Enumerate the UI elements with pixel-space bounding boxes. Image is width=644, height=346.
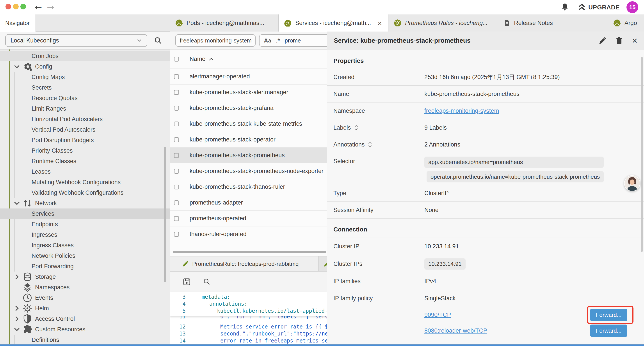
search-icon[interactable]: [154, 36, 162, 45]
sidebar-item-events[interactable]: Events: [0, 293, 170, 303]
expand-updown-icon[interactable]: [368, 141, 372, 148]
notification-bell-icon[interactable]: [561, 3, 569, 11]
sidebar-item-vertical-pod-autoscalers[interactable]: Vertical Pod Autoscalers: [0, 124, 170, 135]
row-checkbox[interactable]: [174, 153, 179, 158]
runbook-url-link[interactable]: https://net: [296, 331, 327, 337]
close-tab-icon[interactable]: ×: [378, 19, 382, 27]
selector-row: Selector app.kubernetes.io/name=promethe…: [327, 153, 644, 185]
tab-release-notes[interactable]: Release Notes: [498, 14, 608, 31]
sidebar-item-definitions[interactable]: Definitions: [0, 335, 170, 344]
tab-pods[interactable]: Pods - icecheng@mathmas...: [170, 14, 278, 31]
sidebar-item-ingresses[interactable]: Ingresses: [0, 230, 170, 240]
row-checkbox[interactable]: [174, 106, 179, 111]
row-checkbox[interactable]: [174, 137, 179, 142]
notification-count-badge[interactable]: 15: [626, 1, 638, 13]
namespace-filter-select[interactable]: freeleaps-monitoring-system: [175, 34, 256, 47]
sidebar-item-mutating-webhook-configurations[interactable]: Mutating Webhook Configurations: [0, 177, 170, 187]
sidebar-item-storage[interactable]: Storage: [0, 272, 170, 282]
row-checkbox[interactable]: [174, 185, 179, 189]
delete-trash-icon[interactable]: [615, 37, 623, 45]
row-checkbox[interactable]: [174, 74, 179, 79]
sidebar-item-custom-resources[interactable]: Custom Resources: [0, 324, 170, 335]
sidebar-item-services[interactable]: Services: [0, 209, 170, 219]
select-all-checkbox[interactable]: [174, 57, 179, 61]
sidebar-item-resource-quotas[interactable]: Resource Quotas: [0, 93, 170, 103]
editor-line: 13 second.","runbook_url":"https://net: [170, 330, 327, 337]
service-row-kube-prometheus-stack-grafana[interactable]: kube-prometheus-stack-grafana: [170, 100, 327, 116]
upgrade-label[interactable]: UPGRADE: [588, 4, 620, 11]
sidebar-item-leases[interactable]: Leases: [0, 166, 170, 177]
regex-toggle[interactable]: .*: [276, 37, 280, 44]
sidebar-item-pod-disruption-budgets[interactable]: Pod Disruption Budgets: [0, 135, 170, 145]
service-row-thanos-ruler-operated[interactable]: thanos-ruler-operated: [170, 226, 327, 242]
save-icon[interactable]: [182, 278, 191, 286]
row-checkbox[interactable]: [174, 232, 179, 237]
maximize-window-button[interactable]: [20, 4, 26, 9]
service-row-kube-prometheus-stack-thanos-ruler[interactable]: kube-prometheus-stack-thanos-ruler: [170, 179, 327, 195]
sidebar-item-network-policies[interactable]: Network Policies: [0, 251, 170, 261]
edit-pencil-icon[interactable]: [599, 37, 606, 45]
ip-families-row: IP families IPv4: [327, 273, 644, 290]
sidebar-item-ingress-classes[interactable]: Ingress Classes: [0, 240, 170, 251]
tab-services[interactable]: Services - icecheng@math... ×: [278, 14, 388, 32]
service-row-alertmanager-operated[interactable]: alertmanager-operated: [170, 69, 327, 84]
navigator-panel: Local Kubeconfigs Cron Jobs Config: [0, 31, 170, 344]
upgrade-chevrons-icon[interactable]: [578, 3, 586, 11]
close-panel-icon[interactable]: ×: [632, 36, 638, 45]
table-header: Name: [170, 49, 327, 69]
row-checkbox[interactable]: [174, 200, 179, 205]
service-row-kube-prometheus-stack-alertmanager[interactable]: kube-prometheus-stack-alertmanager: [170, 84, 327, 100]
editor-search-icon[interactable]: [203, 278, 211, 286]
row-checkbox[interactable]: [174, 216, 179, 221]
tab-prometheusrule-editor[interactable]: PrometheusRule: freeleaps-prod-rabbitmq: [170, 256, 318, 271]
sidebar-item-priority-classes[interactable]: Priority Classes: [0, 145, 170, 156]
service-row-prometheus-adapter[interactable]: prometheus-adapter: [170, 195, 327, 211]
user-avatar[interactable]: [624, 175, 640, 191]
sidebar-item-runtime-classes[interactable]: Runtime Classes: [0, 156, 170, 166]
service-row-kube-prometheus-stack-kube-state-metrics[interactable]: kube-prometheus-stack-kube-state-metrics: [170, 116, 327, 132]
case-sensitive-toggle[interactable]: Aa: [264, 37, 271, 44]
detail-scrollbar[interactable]: [641, 57, 643, 252]
service-row-kube-prometheus-stack-prometheus-node-exporter[interactable]: kube-prometheus-stack-prometheus-node-ex…: [170, 163, 327, 179]
horizontal-scrollbar[interactable]: [173, 251, 326, 253]
service-row-kube-prometheus-stack-operator[interactable]: kube-prometheus-stack-operator: [170, 132, 327, 148]
sidebar-item-access-control[interactable]: Access Control: [0, 314, 170, 324]
back-arrow-icon[interactable]: ←: [35, 1, 42, 13]
forward-button[interactable]: Forward...: [590, 325, 627, 337]
port-link[interactable]: 8080:reloader-web/TCP: [424, 327, 487, 334]
expand-updown-icon[interactable]: [354, 125, 358, 131]
kubeconfig-select[interactable]: Local Kubeconfigs: [5, 34, 147, 47]
sidebar-item-config-maps[interactable]: Config Maps: [0, 72, 170, 82]
sidebar-item-config[interactable]: Config: [0, 61, 170, 72]
row-checkbox[interactable]: [174, 122, 179, 126]
service-row-prometheus-operated[interactable]: prometheus-operated: [170, 211, 327, 226]
row-checkbox[interactable]: [174, 90, 179, 95]
search-input[interactable]: Aa .* prome: [259, 34, 327, 47]
sidebar-item-port-forwarding[interactable]: Port Forwarding: [0, 261, 170, 272]
sidebar-item-endpoints[interactable]: Endpoints: [0, 219, 170, 230]
sidebar-item-secrets[interactable]: Secrets: [0, 82, 170, 93]
labels-row: Labels 9 Labels: [327, 119, 644, 136]
sidebar-item-validating-webhook-configurations[interactable]: Validating Webhook Configurations: [0, 187, 170, 198]
row-checkbox[interactable]: [174, 169, 179, 174]
tab-navigator[interactable]: Navigator: [0, 14, 36, 32]
minimize-window-button[interactable]: [13, 4, 19, 9]
sidebar-item-namespaces[interactable]: Namespaces: [0, 282, 170, 293]
tab-argo[interactable]: Argo Se: [608, 14, 644, 31]
service-row-kube-prometheus-stack-prometheus[interactable]: kube-prometheus-stack-prometheus: [170, 148, 327, 163]
sidebar-item-cron-jobs[interactable]: Cron Jobs: [0, 51, 170, 61]
tab-prometheus-rules[interactable]: Prometheus Rules - icecheng...: [388, 14, 498, 31]
forward-arrow-icon[interactable]: →: [47, 1, 54, 13]
tab-editor-partial[interactable]: [319, 256, 327, 271]
puzzle-icon: [22, 326, 32, 333]
sidebar-scrollbar[interactable]: [164, 147, 166, 282]
sidebar-item-horizontal-pod-autoscalers[interactable]: Horizontal Pod Autoscalers: [0, 114, 170, 124]
sidebar-item-helm[interactable]: Helm: [0, 303, 170, 314]
port-link[interactable]: 9090/TCP: [424, 312, 451, 319]
namespace-link[interactable]: freeleaps-monitoring-system: [424, 107, 499, 114]
close-window-button[interactable]: [6, 4, 11, 9]
sidebar-item-limit-ranges[interactable]: Limit Ranges: [0, 103, 170, 114]
name-column-header[interactable]: Name: [190, 56, 214, 62]
yaml-editor[interactable]: 11 0', 'for': 'nm', 'labels': { 'service…: [170, 292, 327, 344]
sidebar-item-network[interactable]: Network: [0, 198, 170, 209]
